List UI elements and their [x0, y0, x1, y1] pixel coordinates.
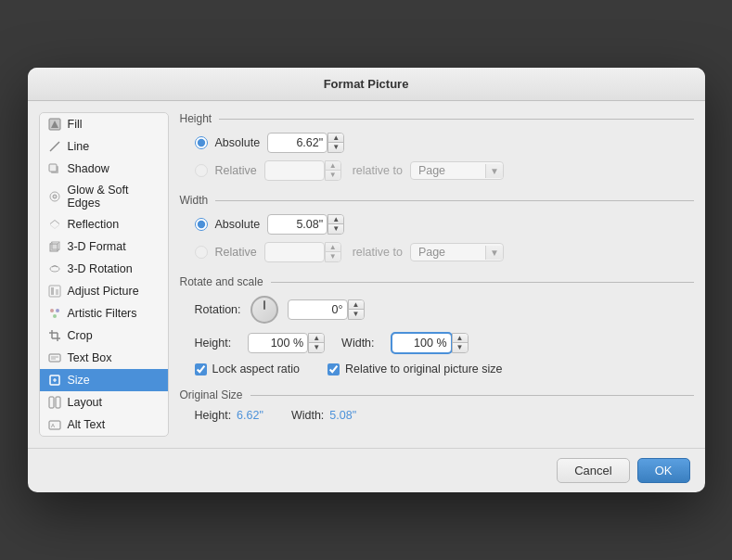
- width-absolute-down[interactable]: ▼: [328, 224, 343, 234]
- height-absolute-spinners: ▲ ▼: [327, 133, 344, 153]
- glow-icon: [47, 189, 62, 204]
- rotate-section: Rotate and scale Rotation: ▲ ▼: [180, 275, 694, 375]
- rotate-content: Rotation: ▲ ▼ Height:: [180, 296, 694, 375]
- 3d-rotation-label: 3-D Rotation: [68, 262, 133, 275]
- fill-icon: [47, 117, 62, 132]
- svg-point-5: [53, 195, 57, 198]
- sidebar-item-alt-text[interactable]: A Alt Text: [40, 414, 168, 436]
- scale-height-up[interactable]: ▲: [309, 334, 324, 343]
- height-dropdown-arrow[interactable]: ▼: [485, 164, 503, 178]
- lock-aspect-checkbox[interactable]: [195, 363, 207, 375]
- width-section: Width Absolute ▲ ▼: [180, 194, 694, 262]
- height-relative-radio[interactable]: [195, 164, 208, 177]
- alt-text-label: Alt Text: [68, 418, 106, 431]
- height-absolute-row: Absolute ▲ ▼: [195, 133, 694, 153]
- adjust-label: Adjust Picture: [68, 285, 139, 298]
- rotation-spinners: ▲ ▼: [348, 299, 365, 320]
- scale-hw-row: Height: ▲ ▼ Width: ▲: [195, 333, 694, 353]
- width-absolute-up[interactable]: ▲: [328, 215, 343, 224]
- original-height-label: Height:: [195, 409, 232, 422]
- height-relative-input[interactable]: [264, 160, 325, 181]
- svg-rect-28: [49, 397, 54, 408]
- height-relative-up[interactable]: ▲: [326, 161, 340, 171]
- line-icon: [47, 139, 62, 154]
- dialog-title: Format Picture: [28, 68, 705, 101]
- width-absolute-input[interactable]: [267, 214, 327, 235]
- height-relative-down[interactable]: ▼: [326, 171, 340, 180]
- height-absolute-radio[interactable]: [195, 136, 208, 149]
- scale-height-down[interactable]: ▼: [309, 343, 324, 352]
- crop-icon: [47, 328, 62, 343]
- width-section-label: Width: [180, 194, 209, 207]
- svg-line-1: [50, 142, 59, 151]
- height-section: Height Absolute ▲ ▼: [180, 112, 694, 181]
- rotation-dial[interactable]: [250, 296, 278, 324]
- lock-aspect-label: Lock aspect ratio: [212, 363, 301, 375]
- sidebar-item-layout[interactable]: Layout: [40, 391, 168, 414]
- width-absolute-label: Absolute: [215, 218, 261, 231]
- width-relative-row: Relative ▲ ▼ relative to Page ▼: [195, 242, 694, 262]
- sidebar-item-text-box[interactable]: Text Box: [40, 347, 168, 369]
- width-relative-to-value: Page: [411, 244, 485, 261]
- width-dropdown-arrow[interactable]: ▼: [485, 246, 503, 260]
- width-relative-to-label: relative to: [353, 246, 403, 259]
- sidebar-item-glow[interactable]: Glow & Soft Edges: [40, 180, 168, 213]
- width-relative-radio[interactable]: [195, 246, 208, 259]
- scale-width-input[interactable]: [392, 333, 452, 353]
- content-area: Height Absolute ▲ ▼: [180, 112, 694, 437]
- height-relative-to-select[interactable]: Page ▼: [410, 161, 504, 180]
- text-box-icon: [47, 350, 62, 365]
- sidebar-item-line[interactable]: Line: [40, 135, 168, 158]
- height-absolute-up[interactable]: ▲: [328, 134, 343, 143]
- svg-rect-22: [49, 354, 60, 362]
- original-width-pair: Width: 5.08": [291, 409, 356, 422]
- original-width-label: Width:: [291, 409, 324, 422]
- width-relative-to-select[interactable]: Page ▼: [410, 243, 504, 261]
- sidebar-item-adjust[interactable]: Adjust Picture: [40, 280, 168, 302]
- sidebar-item-3d-format[interactable]: 3-D Format: [40, 235, 168, 258]
- svg-point-16: [56, 309, 59, 312]
- relative-original-checkbox[interactable]: [327, 363, 340, 375]
- rotation-up[interactable]: ▲: [349, 300, 364, 310]
- width-relative-input[interactable]: [264, 242, 325, 262]
- text-box-label: Text Box: [68, 351, 112, 364]
- scale-width-down[interactable]: ▼: [453, 343, 468, 352]
- width-relative-up[interactable]: ▲: [326, 243, 340, 252]
- sidebar-item-size[interactable]: Size: [40, 369, 168, 391]
- width-radio-group: Absolute ▲ ▼ Relative: [180, 214, 694, 262]
- 3d-format-label: 3-D Format: [68, 240, 126, 253]
- sidebar-item-artistic[interactable]: Artistic Filters: [40, 302, 168, 325]
- sidebar-item-shadow[interactable]: Shadow: [40, 158, 168, 180]
- scale-width-up[interactable]: ▲: [453, 334, 468, 343]
- ok-button[interactable]: OK: [637, 458, 690, 483]
- adjust-icon: [47, 284, 62, 299]
- sidebar-item-crop[interactable]: Crop: [40, 325, 168, 347]
- svg-text:A: A: [51, 423, 55, 428]
- height-absolute-down[interactable]: ▼: [328, 143, 343, 152]
- svg-point-11: [50, 266, 59, 272]
- width-relative-down[interactable]: ▼: [326, 252, 340, 261]
- sidebar-item-reflection[interactable]: Reflection: [40, 213, 168, 235]
- reflection-label: Reflection: [68, 218, 120, 231]
- 3d-format-icon: [47, 239, 62, 254]
- height-relative-row: Relative ▲ ▼ relative to Page ▼: [195, 160, 694, 181]
- cancel-button[interactable]: Cancel: [557, 458, 629, 483]
- sidebar-item-fill[interactable]: Fill: [40, 113, 168, 135]
- width-section-header: Width: [180, 194, 694, 207]
- width-absolute-spinner: ▲ ▼: [267, 214, 344, 235]
- rotation-down[interactable]: ▼: [349, 310, 364, 319]
- height-relative-to-value: Page: [411, 162, 485, 179]
- height-absolute-input[interactable]: [267, 133, 327, 153]
- width-absolute-radio[interactable]: [195, 218, 208, 231]
- rotation-input[interactable]: [288, 299, 348, 320]
- size-label: Size: [68, 374, 90, 387]
- sidebar-item-3d-rotation[interactable]: 3-D Rotation: [40, 258, 168, 280]
- line-label: Line: [68, 140, 90, 153]
- rotation-spinner: ▲ ▼: [288, 299, 365, 320]
- svg-point-15: [50, 309, 54, 312]
- scale-height-input[interactable]: [248, 333, 308, 353]
- crop-label: Crop: [68, 329, 93, 342]
- original-size-values: Height: 6.62" Width: 5.08": [180, 409, 694, 422]
- width-relative-spinners: ▲ ▼: [325, 242, 341, 262]
- artistic-icon: [47, 306, 62, 321]
